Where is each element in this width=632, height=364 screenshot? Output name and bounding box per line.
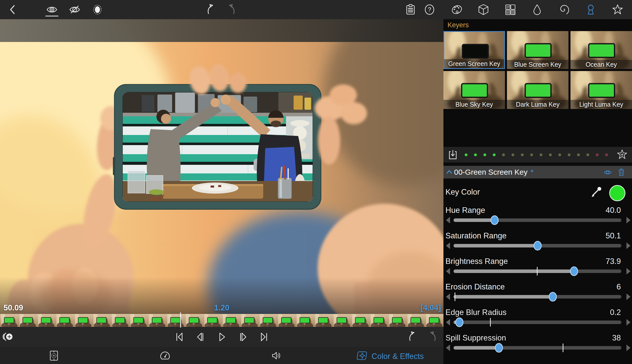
show-source-icon[interactable] <box>69 4 81 16</box>
slider-thumb[interactable] <box>549 292 557 302</box>
back-icon[interactable] <box>7 4 19 16</box>
filmstrip-frame[interactable] <box>0 314 18 327</box>
show-keyed-result-icon[interactable] <box>46 4 58 16</box>
pagination-dot-13[interactable] <box>577 153 580 156</box>
filmstrip-frame[interactable] <box>277 314 296 327</box>
tab-color-effects-label[interactable]: Color & Effects <box>372 352 424 361</box>
filmstrip-frame[interactable] <box>406 314 425 327</box>
filmstrip-frame[interactable] <box>111 314 129 327</box>
filmstrip-frame[interactable] <box>333 314 351 327</box>
clipboard-icon[interactable] <box>404 4 417 16</box>
filmstrip-frame[interactable] <box>37 314 55 327</box>
slider-step-down-arrow[interactable] <box>446 242 450 249</box>
filmstrip-frame[interactable] <box>370 314 388 327</box>
tab-speed-icon[interactable] <box>159 350 171 361</box>
video-preview-area[interactable]: 50.09 1.20 [4.04] <box>0 19 443 364</box>
slider-thumb[interactable] <box>491 215 499 225</box>
timeline-playhead[interactable] <box>180 312 181 328</box>
slider-step-up-arrow[interactable] <box>626 345 630 351</box>
pagination-dot-2[interactable] <box>474 153 477 156</box>
filmstrip-frame[interactable] <box>148 314 166 327</box>
preset-dark-luma-key[interactable]: Dark Luma Key <box>507 71 568 109</box>
pagination-dot-16[interactable] <box>605 153 608 156</box>
undo-icon[interactable] <box>205 4 217 16</box>
slider-step-up-arrow[interactable] <box>626 293 630 300</box>
filmstrip-frame[interactable] <box>74 314 92 327</box>
tab-audio-icon[interactable] <box>270 350 282 361</box>
filmstrip-frame[interactable] <box>425 314 443 327</box>
timeline-redo-icon[interactable] <box>426 331 438 343</box>
frame-back-icon[interactable] <box>195 331 206 343</box>
pagination-dot-5[interactable] <box>502 153 505 156</box>
filmstrip-frame[interactable] <box>185 314 203 327</box>
3d-cube-icon[interactable] <box>477 4 490 16</box>
layer-header[interactable]: 00-Green Screen Key* <box>443 166 632 178</box>
skip-to-start-icon[interactable] <box>173 331 185 343</box>
pagination-dot-1[interactable] <box>465 153 467 156</box>
pagination-dot-3[interactable] <box>483 153 486 156</box>
pagination-dot-9[interactable] <box>540 153 542 156</box>
eyedropper-icon[interactable] <box>589 186 603 199</box>
skip-to-end-icon[interactable] <box>258 331 270 343</box>
pagination-dot-7[interactable] <box>521 153 524 156</box>
filmstrip-frame[interactable] <box>166 314 185 327</box>
key-color-swatch[interactable] <box>609 185 625 201</box>
filmstrip-frame[interactable] <box>388 314 406 327</box>
pagination-dot-4[interactable] <box>493 153 496 156</box>
slider-thumb[interactable] <box>495 343 503 353</box>
slider-step-up-arrow[interactable] <box>626 217 630 223</box>
help-icon[interactable]: ? <box>423 4 436 16</box>
slider-thumb[interactable] <box>455 317 463 327</box>
slider-step-down-arrow[interactable] <box>446 293 450 300</box>
filmstrip-frame[interactable] <box>259 314 277 327</box>
preset-green-screen-key[interactable]: Green Screen Key <box>443 31 505 69</box>
preset-light-luma-key[interactable]: Light Luma Key <box>570 71 632 109</box>
pagination-dot-6[interactable] <box>512 153 514 156</box>
filmstrip-frame[interactable] <box>240 314 259 327</box>
chevron-up-icon[interactable] <box>445 168 453 176</box>
redo-icon[interactable] <box>225 4 237 16</box>
filmstrip-frame[interactable] <box>203 314 222 327</box>
color-palette-icon[interactable] <box>451 4 463 16</box>
preset-blue-screen-key[interactable]: Blue Screen Key <box>507 31 568 69</box>
pagination-dot-11[interactable] <box>558 153 561 156</box>
filmstrip-frame[interactable] <box>18 314 37 327</box>
frame-forward-icon[interactable] <box>237 331 249 343</box>
filmstrip-frame[interactable] <box>55 314 74 327</box>
slider-step-up-arrow[interactable] <box>626 268 630 275</box>
star-add-icon[interactable] <box>616 149 628 161</box>
play-icon[interactable] <box>216 331 228 343</box>
slider-track[interactable] <box>454 321 621 324</box>
pagination-dot-10[interactable] <box>549 153 552 156</box>
filmstrip-frame[interactable] <box>129 314 148 327</box>
slider-step-down-arrow[interactable] <box>446 319 450 326</box>
filmstrip-frame[interactable] <box>92 314 111 327</box>
slider-track[interactable] <box>454 218 621 222</box>
pagination-dot-15[interactable] <box>596 153 599 156</box>
timeline-filmstrip[interactable] <box>0 314 443 327</box>
tab-color-effects-icon[interactable] <box>356 350 368 361</box>
filmstrip-frame[interactable] <box>351 314 370 327</box>
slider-thumb[interactable] <box>570 266 578 276</box>
pagination-dot-8[interactable] <box>530 153 533 156</box>
slider-track[interactable] <box>454 295 621 299</box>
import-preset-icon[interactable] <box>447 149 459 161</box>
filmstrip-frame[interactable] <box>296 314 314 327</box>
filmstrip-frame[interactable] <box>222 314 240 327</box>
slider-step-up-arrow[interactable] <box>626 242 630 249</box>
slider-step-down-arrow[interactable] <box>446 268 450 275</box>
matte-preview-icon[interactable] <box>91 4 104 16</box>
layer-visibility-eye-icon[interactable] <box>603 168 612 177</box>
preset-ocean-key[interactable]: Ocean Key <box>570 31 632 69</box>
filmstrip-frame[interactable] <box>314 314 333 327</box>
transitions-grid-icon[interactable] <box>504 4 516 16</box>
distort-spiral-icon[interactable] <box>558 4 570 16</box>
blur-drop-icon[interactable] <box>531 4 543 16</box>
slider-step-down-arrow[interactable] <box>446 217 450 223</box>
keyer-icon[interactable] <box>585 4 597 16</box>
slider-step-up-arrow[interactable] <box>626 319 630 326</box>
layer-delete-trash-icon[interactable] <box>617 168 626 177</box>
slider-track[interactable] <box>454 346 621 350</box>
pagination-dot-12[interactable] <box>568 153 570 156</box>
preset-blue-sky-key[interactable]: Blue Sky Key <box>443 71 505 109</box>
